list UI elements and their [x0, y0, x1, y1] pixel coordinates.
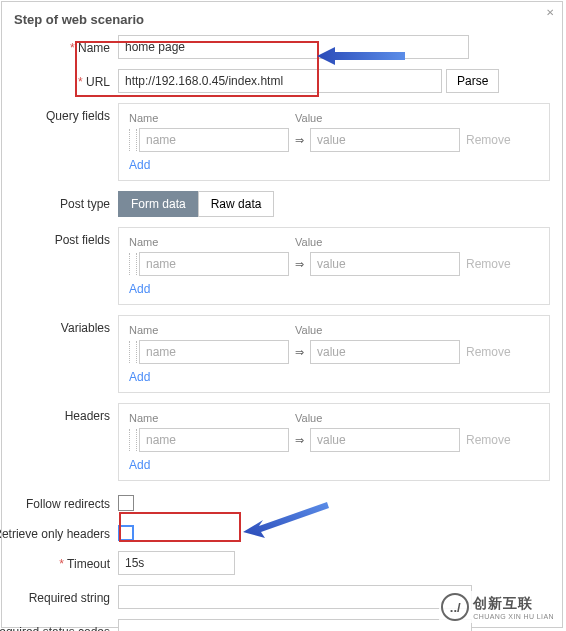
col-name: Name: [129, 412, 295, 424]
col-value: Value: [295, 112, 539, 124]
drag-handle-icon[interactable]: [129, 129, 137, 151]
query-name-input[interactable]: [139, 128, 289, 152]
header-name-input[interactable]: [139, 428, 289, 452]
var-value-input[interactable]: [310, 340, 460, 364]
col-name: Name: [129, 112, 295, 124]
query-value-input[interactable]: [310, 128, 460, 152]
post-name-input[interactable]: [139, 252, 289, 276]
remove-button: Remove: [460, 257, 517, 271]
close-icon[interactable]: ✕: [546, 7, 554, 18]
headers-panel: Name Value ⇒ Remove Add: [118, 403, 550, 481]
required-string-input[interactable]: [118, 585, 472, 609]
label-query-fields: Query fields: [14, 103, 118, 123]
required-status-input[interactable]: [118, 619, 472, 631]
col-name: Name: [129, 236, 295, 248]
label-post-fields: Post fields: [14, 227, 118, 247]
label-url: URL: [14, 69, 118, 89]
add-button[interactable]: Add: [129, 282, 150, 296]
watermark-sub: CHUANG XIN HU LIAN: [473, 613, 554, 620]
arrow-icon: ⇒: [295, 434, 304, 447]
table-row: ⇒ Remove: [129, 252, 539, 276]
remove-button: Remove: [460, 433, 517, 447]
label-headers: Headers: [14, 403, 118, 423]
label-follow-redirects: Follow redirects: [14, 491, 118, 511]
query-fields-panel: Name Value ⇒ Remove Add: [118, 103, 550, 181]
add-button[interactable]: Add: [129, 158, 150, 172]
modal-step-web-scenario: ✕ Step of web scenario Name URL Parse Qu…: [1, 1, 563, 628]
arrow-icon: ⇒: [295, 346, 304, 359]
drag-handle-icon[interactable]: [129, 341, 137, 363]
remove-button: Remove: [460, 133, 517, 147]
var-name-input[interactable]: [139, 340, 289, 364]
arrow-icon: ⇒: [295, 134, 304, 147]
post-type-group: Form data Raw data: [118, 191, 274, 217]
timeout-input[interactable]: [118, 551, 235, 575]
retrieve-headers-checkbox[interactable]: [118, 525, 134, 541]
tab-raw-data[interactable]: Raw data: [198, 191, 275, 217]
header-value-input[interactable]: [310, 428, 460, 452]
label-post-type: Post type: [14, 191, 118, 211]
table-row: ⇒ Remove: [129, 128, 539, 152]
variables-panel: Name Value ⇒ Remove Add: [118, 315, 550, 393]
tab-form-data[interactable]: Form data: [118, 191, 198, 217]
follow-redirects-checkbox[interactable]: [118, 495, 134, 511]
table-row: ⇒ Remove: [129, 428, 539, 452]
label-retrieve-headers: Retrieve only headers: [0, 521, 118, 541]
col-value: Value: [295, 412, 539, 424]
label-required-status: Required status codes: [0, 619, 118, 631]
table-row: ⇒ Remove: [129, 340, 539, 364]
url-input[interactable]: [118, 69, 442, 93]
parse-button[interactable]: Parse: [446, 69, 499, 93]
col-value: Value: [295, 324, 539, 336]
label-variables: Variables: [14, 315, 118, 335]
watermark: ../ 创新互联 CHUANG XIN HU LIAN: [439, 591, 556, 623]
label-timeout: Timeout: [14, 551, 118, 571]
name-input[interactable]: [118, 35, 469, 59]
col-value: Value: [295, 236, 539, 248]
post-fields-panel: Name Value ⇒ Remove Add: [118, 227, 550, 305]
label-required-string: Required string: [14, 585, 118, 605]
add-button[interactable]: Add: [129, 458, 150, 472]
drag-handle-icon[interactable]: [129, 253, 137, 275]
drag-handle-icon[interactable]: [129, 429, 137, 451]
remove-button: Remove: [460, 345, 517, 359]
modal-title: Step of web scenario: [2, 2, 562, 35]
watermark-main: 创新互联: [473, 595, 554, 613]
add-button[interactable]: Add: [129, 370, 150, 384]
col-name: Name: [129, 324, 295, 336]
label-name: Name: [14, 35, 118, 55]
watermark-logo-icon: ../: [441, 593, 469, 621]
arrow-icon: ⇒: [295, 258, 304, 271]
post-value-input[interactable]: [310, 252, 460, 276]
